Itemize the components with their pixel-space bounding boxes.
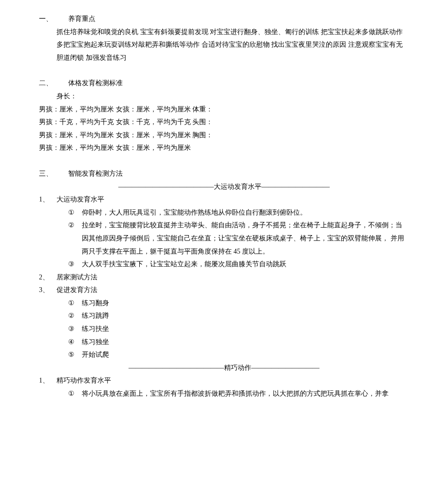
subsection-fine-1: 1、 精巧动作发育水平 [39,374,409,387]
section-number: 二、 [39,77,68,90]
section-number: 三、 [39,167,68,181]
list-number: 2、 [39,271,56,284]
subsection-3: 3、 促进发育方法 [39,284,409,297]
list-item: ② 练习跳蹲 [39,310,409,323]
section-title: 体格发育检测标准 [68,77,123,90]
list-item: ① 仰卧时，大人用玩具逗引，宝宝能动作熟练地从仰卧位自行翻滚到俯卧位。 [39,206,409,220]
list-title: 居家测试方法 [56,271,97,284]
body-measure-line: 男孩：千克，平均为千克 女孩：千克，平均为千克 头围： [39,116,409,129]
circle-number-icon: ③ [68,323,82,336]
list-item-text: 大人双手扶宝宝腋下，让宝宝站立起来，能屡次屈曲膝关节自动跳跃 [82,258,409,271]
subsection-1: 1、 大运动发育水平 [39,193,409,206]
list-item: ⑤ 开始试爬 [39,348,409,362]
circle-number-icon: ② [68,310,82,323]
circle-number-icon: ② [68,219,82,258]
divider-fine-motor: ——————————————精巧动作—————————— [39,362,409,375]
list-item-text: 拉坐时，宝宝能腰背比较直挺并主动举头、能自由活动，身子不摇晃；坐在椅子上能直起身… [82,219,409,258]
section-title: 智能发育检测方法 [68,167,123,181]
list-number: 1、 [39,193,56,206]
body-measure-line: 男孩：厘米，平均为厘米 女孩：厘米，平均为厘米 胸围： [39,129,409,142]
circle-number-icon: ① [68,387,82,401]
section-2-sub: 身长： [39,90,409,103]
list-number: 3、 [39,284,56,297]
circle-number-icon: ① [68,206,82,220]
list-title: 大运动发育水平 [56,193,104,206]
divider-gross-motor: ——————————————大运动发育水平—————————— [39,181,409,194]
section-1-header: 一、 养育重点 [39,13,409,26]
list-item-text: 练习扶坐 [82,323,409,336]
list-number: 1、 [39,374,56,387]
list-item: ② 拉坐时，宝宝能腰背比较直挺并主动举头、能自由活动，身子不摇晃；坐在椅子上能直… [39,219,409,258]
body-measure-line: 男孩：厘米，平均为厘米 女孩：厘米，平均为厘米 [39,142,409,155]
list-item: ④ 练习独坐 [39,336,409,349]
circle-number-icon: ⑤ [68,348,82,362]
list-title: 精巧动作发育水平 [56,374,111,387]
list-item: ③ 练习扶坐 [39,323,409,336]
section-2-header: 二、 体格发育检测标准 [39,77,409,90]
list-item-text: 将小玩具放在桌面上，宝宝所有手指都波折做耙弄和搔抓动作，以大把抓的方式把玩具抓在… [82,387,409,401]
list-title: 促进发育方法 [56,284,97,297]
list-item-text: 仰卧时，大人用玩具逗引，宝宝能动作熟练地从仰卧位自行翻滚到俯卧位。 [82,206,409,220]
circle-number-icon: ① [68,297,82,310]
list-item: ① 练习翻身 [39,297,409,310]
section-title: 养育重点 [68,13,95,26]
subsection-2: 2、 居家测试方法 [39,271,409,284]
list-item-text: 开始试爬 [82,348,409,362]
list-item: ③ 大人双手扶宝宝腋下，让宝宝站立起来，能屡次屈曲膝关节自动跳跃 [39,258,409,271]
circle-number-icon: ③ [68,258,82,271]
body-measure-line: 男孩：厘米，平均为厘米 女孩：厘米，平均为厘米 体重： [39,103,409,116]
list-item-text: 练习翻身 [82,297,409,310]
section-1-body: 抓住培养味觉和嗅觉的良机 宝宝有斜颈要提前发现 对宝宝进行翻身、独坐、匍行的训练… [39,26,409,65]
section-3-header: 三、 智能发育检测方法 [39,167,409,181]
section-number: 一、 [39,13,68,26]
list-item: ① 将小玩具放在桌面上，宝宝所有手指都波折做耙弄和搔抓动作，以大把抓的方式把玩具… [39,387,409,401]
list-item-text: 练习独坐 [82,336,409,349]
circle-number-icon: ④ [68,336,82,349]
list-item-text: 练习跳蹲 [82,310,409,323]
